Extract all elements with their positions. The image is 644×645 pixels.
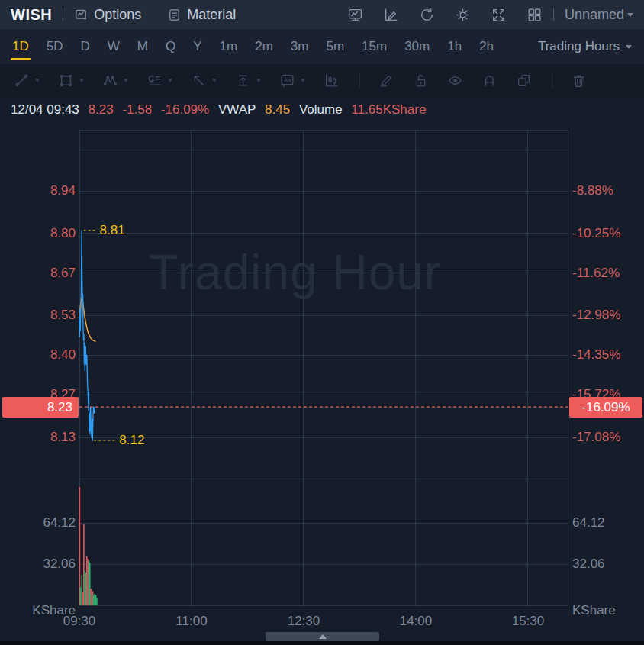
bottom-edge [0,641,644,645]
fullscreen-icon[interactable] [491,7,507,23]
price-chart-canvas[interactable] [0,96,644,645]
percent-tick-label: -8.88% [572,183,613,198]
header-actions [347,7,543,23]
price-tick-label: 8.40 [0,347,76,363]
arrow-mark-tool[interactable] [191,73,217,89]
volume-tick-label: 32.06 [0,556,76,572]
shape-rectangle-icon [58,73,74,89]
drawing-toolbar: Aa [0,64,644,96]
chevron-down-icon [256,79,261,82]
gann-lines-icon [147,73,163,89]
percent-tick-label: -17.08% [572,430,620,445]
timeframe-1m[interactable]: 1m [220,29,238,64]
chart-horizontal-scrollbar[interactable] [266,632,379,641]
time-tick-label: 11:00 [167,614,216,629]
time-tick-label: 15:30 [504,614,552,629]
layout-grid-icon[interactable] [526,7,543,23]
timeframe-d[interactable]: D [80,29,89,64]
timeframe-1h[interactable]: 1h [447,29,462,64]
chevron-down-icon [124,79,128,82]
free-draw-tool[interactable] [378,73,394,89]
settings-icon [455,7,471,23]
price-tick-label: 8.67 [0,266,76,281]
layout-name-label: Unnamed [565,7,624,23]
clone-drawing-tool[interactable] [516,73,532,89]
gann-tool[interactable] [147,73,172,89]
percent-tick-label: -10.25% [572,226,620,241]
percent-tick-label: -12.98% [572,308,620,323]
timeframe-w[interactable]: W [108,29,120,64]
trading-hours-dropdown[interactable]: Trading Hours [538,39,632,54]
chart-edit-icon [383,7,399,23]
show-drawings-tool[interactable] [447,73,463,89]
nav-material[interactable]: Material [167,7,236,23]
price-line [79,231,95,440]
fullscreen-icon [491,7,507,23]
wave-pattern-icon [102,73,118,89]
wave-pattern-tool[interactable] [102,73,128,89]
timeframe-3m[interactable]: 3m [291,29,309,64]
chart-monitor-icon [347,7,363,23]
trash-icon [571,73,587,89]
settings-icon[interactable] [455,7,471,23]
current-percent-badge: -16.09% [569,397,642,418]
magnet-mode-tool[interactable] [481,73,497,89]
chart-monitor-icon[interactable] [347,7,363,23]
lock-drawings-tool[interactable] [413,73,429,89]
timeframe-list: 1D5DDWMQY1m2m3m5m15m30m1h2h [12,29,494,64]
draw-pencil-icon [378,73,394,89]
measure-tool[interactable] [235,73,261,89]
volume-tick-label: 64.12 [0,515,76,531]
price-tick-label: 8.94 [0,183,76,198]
session-low-label: 8.12 [119,433,144,448]
timeframe-2m[interactable]: 2m [255,29,273,64]
shape-tool[interactable] [58,73,84,89]
session-high-label: 8.81 [100,223,125,238]
timeframe-m[interactable]: M [137,29,148,64]
time-tick-label: 12:30 [279,614,328,629]
timeframe-y[interactable]: Y [193,29,201,64]
timeframe-15m[interactable]: 15m [362,29,387,64]
refresh-icon[interactable] [419,7,435,23]
time-tick-label: 09:30 [55,614,104,629]
timeframe-bar: 1D5DDWMQY1m2m3m5m15m30m1h2h Trading Hour… [0,29,644,64]
chevron-down-icon [626,45,632,49]
grid-lines [79,130,568,605]
arrow-mark-icon [191,73,207,89]
remove-drawings-tool[interactable] [571,73,587,89]
timeframe-1d[interactable]: 1D [12,29,29,64]
trading-hours-label: Trading Hours [538,39,620,54]
eye-icon [447,73,463,89]
chart-region: 12/04 09:43 8.23 -1.58 -16.09% VWAP 8.45… [0,96,644,645]
volume-unit-label: KShare [572,603,616,618]
layout-grid-icon [526,7,543,23]
lock-open-icon [413,73,429,89]
divider [63,8,63,21]
nav-label: Options [94,7,141,23]
duplicate-icon [516,73,532,89]
nav-label: Material [187,7,236,23]
magnet-icon [481,73,497,89]
percent-tick-label: -11.62% [572,266,620,281]
text-tool[interactable]: Aa [279,73,305,89]
chevron-down-icon [212,79,217,82]
chevron-down-icon [627,13,633,17]
layout-name-dropdown[interactable]: Unnamed [565,7,633,23]
pattern-tool[interactable] [324,73,340,89]
nav-options[interactable]: Options [74,7,141,23]
timeframe-5d[interactable]: 5D [47,29,63,64]
chart-edit-icon[interactable] [383,7,399,23]
header-nav: OptionsMaterial [74,7,262,23]
top-bar: WISH OptionsMaterial Unnamed [0,0,644,29]
timeframe-2h[interactable]: 2h [479,29,494,64]
material-doc-icon [167,8,182,22]
timeframe-q[interactable]: Q [166,29,175,64]
timeframe-30m[interactable]: 30m [404,29,430,64]
chevron-down-icon [301,79,305,82]
scrollbar-handle-icon[interactable] [319,634,327,639]
trend-line-tool[interactable] [14,73,40,89]
timeframe-5m[interactable]: 5m [326,29,344,64]
toolbar-divider [359,73,360,88]
symbol-title: WISH [11,6,52,24]
measure-icon [235,73,251,89]
